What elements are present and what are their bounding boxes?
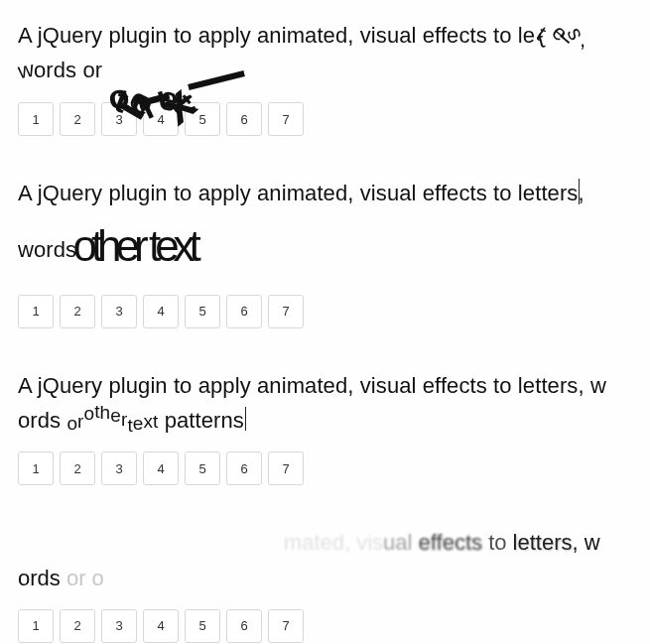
wave-text: or other text [66,408,158,433]
effect-button-4[interactable]: 4 [143,295,179,328]
effect-button-1[interactable]: 1 [18,102,54,136]
line2-prefix: w [18,58,34,82]
effect-button-7[interactable]: 7 [268,609,304,643]
effect-button-6[interactable]: 6 [226,102,262,136]
text-prefix: A jQuery plugin to apply animated, visua… [18,23,535,48]
effect-button-1[interactable]: 1 [18,609,54,643]
effect-button-5[interactable]: 5 [185,295,220,328]
effect-button-5[interactable]: 5 [185,609,220,643]
demo-block-4: A jQuery plugin to apply animated, visua… [18,525,632,642]
effect-button-7[interactable]: 7 [268,102,304,136]
effect-button-6[interactable]: 6 [226,295,262,328]
demo-block-1: A jQuery plugin to apply animated, visua… [18,18,632,136]
demo-text-1: A jQuery plugin to apply animated, visua… [18,18,632,88]
demo-text-4: A jQuery plugin to apply animated, visua… [18,525,632,594]
effect-button-4[interactable]: 4 [143,609,179,643]
demo-block-2: A jQuery plugin to apply animated, visua… [18,176,632,328]
effect-button-3[interactable]: 3 [101,295,137,328]
text-prefix: A jQuery plugin to apply animated, visua… [18,373,606,398]
text-clump: o t h e r t e x t . [108,55,247,88]
effect-button-6[interactable]: 6 [226,451,262,485]
effect-button-7[interactable]: 7 [268,451,304,485]
clump-stroke [189,70,246,90]
effect-button-6[interactable]: 6 [226,609,262,643]
cursor-icon [245,407,246,431]
enlarged-text: other text [72,211,195,281]
text-prefix: A jQuery plugin to apply animated, visua… [18,181,585,205]
demo-text-2: A jQuery plugin to apply animated, visua… [18,176,632,281]
button-row-4: 1 2 3 4 5 6 7 [18,609,632,643]
effect-button-2[interactable]: 2 [60,451,95,485]
effect-button-3[interactable]: 3 [101,451,137,485]
effect-button-2[interactable]: 2 [60,102,95,136]
effect-button-2[interactable]: 2 [60,609,95,643]
effect-button-7[interactable]: 7 [268,295,304,328]
button-row-2: 1 2 3 4 5 6 7 [18,295,632,328]
effect-button-2[interactable]: 2 [60,295,95,328]
demo-block-3: A jQuery plugin to apply animated, visua… [18,368,632,485]
cursor-icon [579,179,580,204]
demo-text-3: A jQuery plugin to apply animated, visua… [18,368,632,438]
button-row-3: 1 2 3 4 5 6 7 [18,451,632,485]
effect-button-3[interactable]: 3 [101,609,137,643]
scattered-letters: tters, [535,23,585,48]
effect-button-5[interactable]: 5 [185,451,220,485]
effect-button-1[interactable]: 1 [18,295,54,328]
effect-button-1[interactable]: 1 [18,451,54,485]
effect-button-4[interactable]: 4 [143,451,179,485]
